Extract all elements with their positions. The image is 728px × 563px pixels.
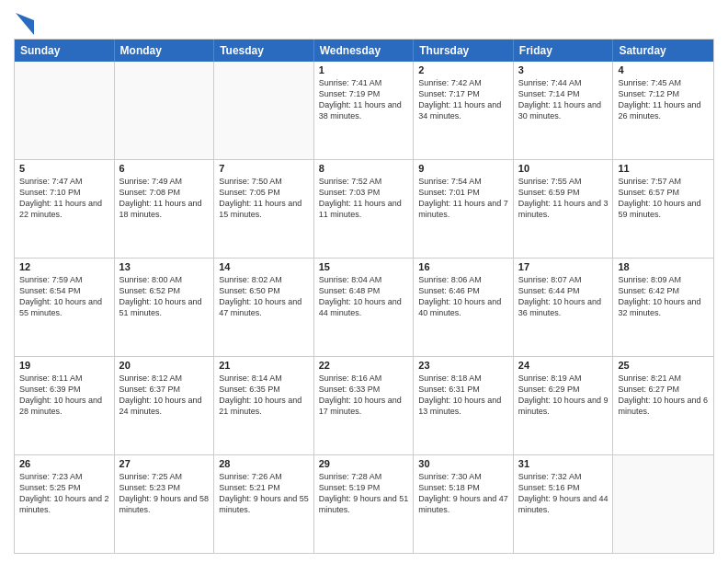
day-content: Sunrise: 8:16 AM Sunset: 6:33 PM Dayligh… bbox=[319, 373, 409, 418]
calendar-cell: 24Sunrise: 8:19 AM Sunset: 6:29 PM Dayli… bbox=[514, 357, 614, 454]
header-tuesday: Tuesday bbox=[214, 40, 314, 62]
day-number: 14 bbox=[219, 261, 309, 272]
day-content: Sunrise: 8:06 AM Sunset: 6:46 PM Dayligh… bbox=[418, 274, 508, 319]
calendar-week-1: 5Sunrise: 7:47 AM Sunset: 7:10 PM Daylig… bbox=[15, 159, 713, 258]
calendar-cell: 27Sunrise: 7:25 AM Sunset: 5:23 PM Dayli… bbox=[115, 455, 215, 553]
calendar-cell: 5Sunrise: 7:47 AM Sunset: 7:10 PM Daylig… bbox=[15, 160, 115, 258]
day-content: Sunrise: 8:11 AM Sunset: 6:39 PM Dayligh… bbox=[19, 373, 109, 418]
day-number: 8 bbox=[319, 163, 409, 174]
day-number: 9 bbox=[418, 163, 508, 174]
day-content: Sunrise: 7:47 AM Sunset: 7:10 PM Dayligh… bbox=[19, 176, 109, 221]
calendar-cell: 26Sunrise: 7:23 AM Sunset: 5:25 PM Dayli… bbox=[15, 455, 115, 553]
day-content: Sunrise: 8:21 AM Sunset: 6:27 PM Dayligh… bbox=[618, 373, 709, 418]
day-number: 23 bbox=[418, 360, 508, 371]
day-number: 22 bbox=[319, 360, 409, 371]
day-content: Sunrise: 8:14 AM Sunset: 6:35 PM Dayligh… bbox=[219, 373, 309, 418]
day-number: 11 bbox=[618, 163, 709, 174]
calendar-cell: 17Sunrise: 8:07 AM Sunset: 6:44 PM Dayli… bbox=[514, 259, 614, 356]
calendar-cell bbox=[613, 455, 713, 553]
calendar-cell: 9Sunrise: 7:54 AM Sunset: 7:01 PM Daylig… bbox=[414, 160, 514, 258]
calendar-cell: 15Sunrise: 8:04 AM Sunset: 6:48 PM Dayli… bbox=[314, 259, 415, 356]
header-sunday: Sunday bbox=[15, 40, 115, 62]
calendar-cell: 29Sunrise: 7:28 AM Sunset: 5:19 PM Dayli… bbox=[314, 455, 415, 553]
day-number: 5 bbox=[19, 163, 109, 174]
day-number: 13 bbox=[119, 261, 210, 272]
header-wednesday: Wednesday bbox=[314, 40, 415, 62]
calendar-cell: 13Sunrise: 8:00 AM Sunset: 6:52 PM Dayli… bbox=[115, 259, 215, 356]
day-content: Sunrise: 8:09 AM Sunset: 6:42 PM Dayligh… bbox=[618, 274, 709, 319]
day-content: Sunrise: 8:02 AM Sunset: 6:50 PM Dayligh… bbox=[219, 274, 309, 319]
day-content: Sunrise: 7:26 AM Sunset: 5:21 PM Dayligh… bbox=[219, 471, 309, 516]
day-content: Sunrise: 7:28 AM Sunset: 5:19 PM Dayligh… bbox=[319, 471, 409, 516]
calendar-cell: 6Sunrise: 7:49 AM Sunset: 7:08 PM Daylig… bbox=[115, 160, 215, 258]
header-thursday: Thursday bbox=[414, 40, 514, 62]
calendar-cell: 22Sunrise: 8:16 AM Sunset: 6:33 PM Dayli… bbox=[314, 357, 415, 454]
day-content: Sunrise: 7:41 AM Sunset: 7:19 PM Dayligh… bbox=[319, 77, 409, 122]
calendar-header: Sunday Monday Tuesday Wednesday Thursday… bbox=[15, 40, 713, 62]
calendar-cell: 30Sunrise: 7:30 AM Sunset: 5:18 PM Dayli… bbox=[414, 455, 514, 553]
calendar-cell bbox=[15, 62, 115, 159]
day-content: Sunrise: 7:57 AM Sunset: 6:57 PM Dayligh… bbox=[618, 176, 709, 221]
calendar-cell: 16Sunrise: 8:06 AM Sunset: 6:46 PM Dayli… bbox=[414, 259, 514, 356]
calendar-cell: 10Sunrise: 7:55 AM Sunset: 6:59 PM Dayli… bbox=[514, 160, 614, 258]
calendar-cell: 21Sunrise: 8:14 AM Sunset: 6:35 PM Dayli… bbox=[214, 357, 314, 454]
calendar-cell: 7Sunrise: 7:50 AM Sunset: 7:05 PM Daylig… bbox=[214, 160, 314, 258]
day-number: 28 bbox=[219, 458, 309, 469]
calendar-week-2: 12Sunrise: 7:59 AM Sunset: 6:54 PM Dayli… bbox=[15, 258, 713, 356]
day-content: Sunrise: 7:23 AM Sunset: 5:25 PM Dayligh… bbox=[19, 471, 109, 516]
day-number: 4 bbox=[618, 64, 709, 75]
day-number: 24 bbox=[518, 360, 609, 371]
day-number: 17 bbox=[518, 261, 609, 272]
day-content: Sunrise: 7:54 AM Sunset: 7:01 PM Dayligh… bbox=[418, 176, 508, 221]
day-number: 25 bbox=[618, 360, 709, 371]
day-number: 7 bbox=[219, 163, 309, 174]
day-content: Sunrise: 7:55 AM Sunset: 6:59 PM Dayligh… bbox=[518, 176, 609, 221]
day-content: Sunrise: 7:52 AM Sunset: 7:03 PM Dayligh… bbox=[319, 176, 409, 221]
calendar-week-0: 1Sunrise: 7:41 AM Sunset: 7:19 PM Daylig… bbox=[15, 62, 713, 159]
calendar-cell: 8Sunrise: 7:52 AM Sunset: 7:03 PM Daylig… bbox=[314, 160, 415, 258]
calendar-cell: 20Sunrise: 8:12 AM Sunset: 6:37 PM Dayli… bbox=[115, 357, 215, 454]
calendar-cell: 4Sunrise: 7:45 AM Sunset: 7:12 PM Daylig… bbox=[613, 62, 713, 159]
day-number: 20 bbox=[119, 360, 210, 371]
day-content: Sunrise: 8:04 AM Sunset: 6:48 PM Dayligh… bbox=[319, 274, 409, 319]
day-number: 15 bbox=[319, 261, 409, 272]
header-saturday: Saturday bbox=[613, 40, 713, 62]
header-monday: Monday bbox=[115, 40, 215, 62]
day-number: 31 bbox=[518, 458, 609, 469]
day-content: Sunrise: 7:49 AM Sunset: 7:08 PM Dayligh… bbox=[119, 176, 210, 221]
calendar-cell: 25Sunrise: 8:21 AM Sunset: 6:27 PM Dayli… bbox=[613, 357, 713, 454]
day-number: 12 bbox=[19, 261, 109, 272]
day-content: Sunrise: 7:32 AM Sunset: 5:16 PM Dayligh… bbox=[518, 471, 609, 516]
calendar-cell: 1Sunrise: 7:41 AM Sunset: 7:19 PM Daylig… bbox=[314, 62, 415, 159]
day-number: 26 bbox=[19, 458, 109, 469]
day-content: Sunrise: 7:30 AM Sunset: 5:18 PM Dayligh… bbox=[418, 471, 508, 516]
calendar-cell: 14Sunrise: 8:02 AM Sunset: 6:50 PM Dayli… bbox=[214, 259, 314, 356]
day-content: Sunrise: 8:19 AM Sunset: 6:29 PM Dayligh… bbox=[518, 373, 609, 418]
calendar-body: 1Sunrise: 7:41 AM Sunset: 7:19 PM Daylig… bbox=[15, 62, 713, 553]
calendar-cell: 28Sunrise: 7:26 AM Sunset: 5:21 PM Dayli… bbox=[214, 455, 314, 553]
logo bbox=[14, 13, 34, 33]
header bbox=[14, 9, 714, 33]
calendar-week-3: 19Sunrise: 8:11 AM Sunset: 6:39 PM Dayli… bbox=[15, 356, 713, 454]
day-number: 27 bbox=[119, 458, 210, 469]
calendar-cell: 19Sunrise: 8:11 AM Sunset: 6:39 PM Dayli… bbox=[15, 357, 115, 454]
day-number: 29 bbox=[319, 458, 409, 469]
day-number: 6 bbox=[119, 163, 210, 174]
calendar-cell: 23Sunrise: 8:18 AM Sunset: 6:31 PM Dayli… bbox=[414, 357, 514, 454]
day-number: 3 bbox=[518, 64, 609, 75]
day-content: Sunrise: 7:50 AM Sunset: 7:05 PM Dayligh… bbox=[219, 176, 309, 221]
day-number: 10 bbox=[518, 163, 609, 174]
day-number: 21 bbox=[219, 360, 309, 371]
calendar-cell: 12Sunrise: 7:59 AM Sunset: 6:54 PM Dayli… bbox=[15, 259, 115, 356]
day-content: Sunrise: 8:12 AM Sunset: 6:37 PM Dayligh… bbox=[119, 373, 210, 418]
calendar-cell: 18Sunrise: 8:09 AM Sunset: 6:42 PM Dayli… bbox=[613, 259, 713, 356]
day-content: Sunrise: 7:42 AM Sunset: 7:17 PM Dayligh… bbox=[418, 77, 508, 122]
day-number: 1 bbox=[319, 64, 409, 75]
calendar-cell: 31Sunrise: 7:32 AM Sunset: 5:16 PM Dayli… bbox=[514, 455, 614, 553]
calendar-cell: 2Sunrise: 7:42 AM Sunset: 7:17 PM Daylig… bbox=[414, 62, 514, 159]
header-friday: Friday bbox=[514, 40, 614, 62]
calendar-cell bbox=[115, 62, 215, 159]
logo-icon bbox=[16, 13, 34, 35]
calendar-week-4: 26Sunrise: 7:23 AM Sunset: 5:25 PM Dayli… bbox=[15, 454, 713, 553]
day-number: 18 bbox=[618, 261, 709, 272]
